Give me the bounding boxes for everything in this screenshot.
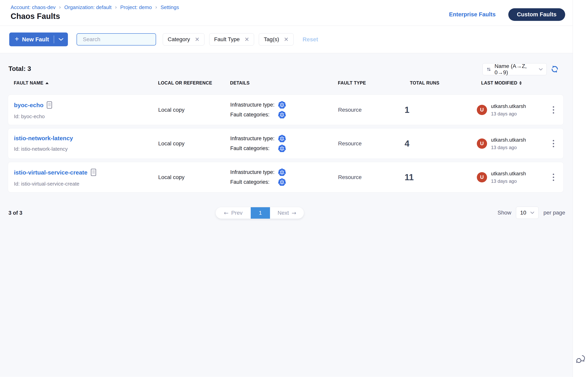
- filter-chip-fault-type[interactable]: Fault Type ✕: [209, 33, 254, 46]
- page-size-select[interactable]: 10: [516, 207, 539, 219]
- main-area: Account: chaos-dev › Organization: defau…: [0, 0, 573, 377]
- modified-time: 13 days ago: [491, 111, 526, 117]
- breadcrumb-settings[interactable]: Settings: [161, 4, 179, 11]
- modified-time: 13 days ago: [491, 145, 526, 150]
- local-or-reference-cell: Local copy: [158, 129, 185, 159]
- avatar: U: [477, 139, 487, 149]
- header-actions: Enterprise Faults Custom Faults: [449, 8, 565, 21]
- page-size-value: 10: [520, 210, 526, 216]
- close-icon[interactable]: ✕: [284, 37, 288, 42]
- arrow-right-icon: →: [292, 210, 296, 216]
- infrastructure-type-label: Infrastructure type:: [230, 169, 278, 175]
- breadcrumb-separator: ›: [59, 4, 61, 10]
- avatar: U: [477, 172, 487, 182]
- prev-page-button[interactable]: ← Prev: [216, 207, 251, 219]
- pagination-summary: 3 of 3: [9, 207, 23, 219]
- last-modified-cell: U utkarsh.utkarsh 13 days ago: [477, 95, 526, 125]
- page-title: Chaos Faults: [11, 12, 60, 21]
- kubernetes-icon: [278, 111, 286, 119]
- chevron-down-icon: [539, 68, 543, 71]
- sort-asc-icon: [45, 82, 49, 84]
- chevron-down-icon: [58, 38, 64, 41]
- row-menu-button[interactable]: [551, 172, 556, 183]
- row-menu-button[interactable]: [551, 138, 556, 149]
- local-or-reference-cell: Local copy: [158, 95, 185, 125]
- last-modified-cell: U utkarsh.utkarsh 13 days ago: [477, 162, 526, 192]
- modified-by: utkarsh.utkarsh: [491, 103, 526, 109]
- fault-row[interactable]: byoc-echo Id: byoc-echo Local copy Infra…: [8, 94, 564, 125]
- fault-name-link[interactable]: istio-network-latency: [14, 135, 73, 142]
- fault-categories-label: Fault categories:: [230, 145, 278, 152]
- new-fault-button[interactable]: + New Fault: [9, 33, 54, 46]
- kubernetes-icon: [278, 144, 286, 153]
- next-page-button[interactable]: Next →: [270, 207, 304, 219]
- sort-both-icon: [519, 81, 522, 85]
- total-runs-cell: 11: [405, 162, 414, 192]
- sort-arrows-icon: [486, 67, 491, 72]
- arrow-left-icon: ←: [224, 210, 228, 216]
- fault-name-link[interactable]: istio-virtual-service-create: [14, 169, 97, 177]
- sort-select-value: Name (A→Z, 0→9): [495, 63, 535, 76]
- column-header-fault-name[interactable]: FAULT NAME: [14, 80, 49, 86]
- content-area: Total: 3 Name (A→Z, 0→9) FAULT NAME: [0, 53, 573, 377]
- breadcrumb-separator: ›: [155, 4, 157, 10]
- column-header-details: DETAILS: [230, 80, 249, 86]
- filter-chip-tags[interactable]: Tag(s) ✕: [259, 33, 294, 46]
- kubernetes-icon: [278, 168, 286, 177]
- reset-filters-button[interactable]: Reset: [303, 36, 318, 43]
- kubernetes-icon: [278, 101, 286, 109]
- modified-by: utkarsh.utkarsh: [491, 137, 526, 143]
- breadcrumb-account[interactable]: Account: chaos-dev: [11, 4, 56, 11]
- fault-type-cell: Resource: [338, 162, 362, 192]
- infrastructure-type-label: Infrastructure type:: [230, 102, 278, 108]
- details-cell: Infrastructure type: Fault categories:: [230, 168, 286, 186]
- custom-faults-button[interactable]: Custom Faults: [508, 8, 565, 21]
- details-cell: Infrastructure type: Fault categories:: [230, 135, 286, 153]
- column-header-local-or-reference: LOCAL OR REFERENCE: [158, 80, 212, 86]
- feedback-chat-button[interactable]: [576, 354, 586, 365]
- chip-label: Tag(s): [264, 36, 279, 43]
- close-icon[interactable]: ✕: [195, 37, 200, 42]
- fault-name-link[interactable]: byoc-echo: [14, 101, 53, 109]
- fault-list: byoc-echo Id: byoc-echo Local copy Infra…: [8, 94, 564, 196]
- enterprise-faults-link[interactable]: Enterprise Faults: [449, 11, 496, 18]
- column-header-total-runs: TOTAL RUNS: [410, 80, 440, 86]
- refresh-button[interactable]: [551, 65, 559, 74]
- last-modified-cell: U utkarsh.utkarsh 13 days ago: [477, 129, 526, 159]
- pagination-row: 3 of 3 ← Prev 1 Next → Show 10 per page: [0, 207, 573, 219]
- infrastructure-type-label: Infrastructure type:: [230, 136, 278, 142]
- column-header-last-modified[interactable]: LAST MODIFIED: [481, 80, 522, 86]
- total-runs-cell: 1: [405, 95, 409, 125]
- fault-row[interactable]: istio-virtual-service-create Id: istio-v…: [8, 162, 564, 192]
- page-1-button[interactable]: 1: [251, 207, 270, 219]
- fault-id: Id: istio-network-latency: [14, 146, 73, 152]
- row-menu-button[interactable]: [551, 104, 556, 115]
- fault-name-cell: istio-network-latency Id: istio-network-…: [14, 135, 73, 152]
- fault-id: Id: byoc-echo: [14, 113, 53, 119]
- pagination: ← Prev 1 Next →: [216, 207, 304, 219]
- fault-name-cell: byoc-echo Id: byoc-echo: [14, 101, 53, 119]
- fault-categories-label: Fault categories:: [230, 112, 278, 118]
- chat-bubbles-icon: [576, 354, 586, 364]
- page-size-control: Show 10 per page: [498, 207, 565, 219]
- close-icon[interactable]: ✕: [244, 37, 249, 42]
- breadcrumb-project[interactable]: Project: demo: [120, 4, 152, 11]
- new-fault-label: New Fault: [22, 36, 49, 43]
- fault-name-cell: istio-virtual-service-create Id: istio-v…: [14, 169, 97, 187]
- search-input[interactable]: [82, 36, 154, 43]
- total-count: Total: 3: [9, 65, 31, 72]
- breadcrumb-organization[interactable]: Organization: default: [64, 4, 112, 11]
- modified-by: utkarsh.utkarsh: [491, 171, 526, 177]
- page-header: Account: chaos-dev › Organization: defau…: [0, 0, 573, 26]
- details-cell: Infrastructure type: Fault categories:: [230, 101, 286, 119]
- chevron-down-icon: [530, 211, 534, 214]
- fault-row[interactable]: istio-network-latency Id: istio-network-…: [8, 128, 564, 159]
- total-runs-cell: 4: [405, 129, 409, 159]
- fault-type-cell: Resource: [338, 95, 362, 125]
- sort-select[interactable]: Name (A→Z, 0→9): [483, 63, 547, 75]
- chip-label: Fault Type: [214, 36, 240, 43]
- breadcrumb-separator: ›: [115, 4, 117, 10]
- new-fault-dropdown-button[interactable]: [54, 33, 68, 46]
- fault-categories-label: Fault categories:: [230, 179, 278, 185]
- filter-chip-category[interactable]: Category ✕: [163, 33, 204, 46]
